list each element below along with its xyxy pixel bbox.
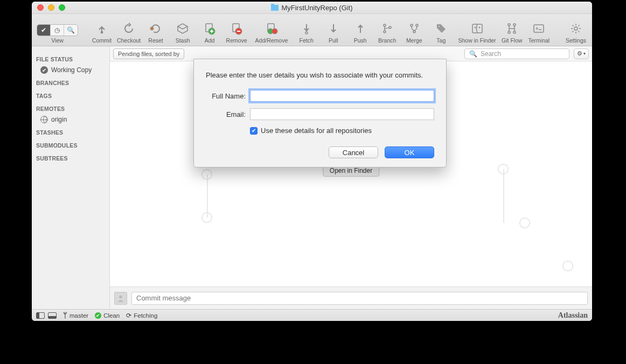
sidebar-head-subtrees[interactable]: SUBTREES <box>32 151 109 164</box>
sidebar-item-origin[interactable]: origin <box>32 114 109 125</box>
minimize-window-button[interactable] <box>48 4 54 11</box>
terminal-button[interactable]: Terminal <box>526 17 552 44</box>
add-icon <box>203 21 216 36</box>
svg-point-15 <box>413 31 415 33</box>
svg-point-14 <box>416 24 418 26</box>
traffic-lights <box>32 4 65 11</box>
svg-point-20 <box>508 24 510 26</box>
search-icon: 🔍 <box>469 50 477 58</box>
fetch-icon <box>300 21 313 36</box>
svg-point-22 <box>508 31 510 33</box>
pending-files-combo[interactable]: Pending files, sorted by <box>113 48 184 59</box>
window-title-text: MyFirstUnityRepo (Git) <box>281 4 352 12</box>
view-segmented: ✔ ◷ 🔍 View <box>35 17 80 44</box>
full-name-label: Full Name: <box>206 92 250 100</box>
app-window: MyFirstUnityRepo (Git) ✔ ◷ 🔍 View Commit… <box>32 2 592 321</box>
search-input[interactable]: 🔍 Search <box>464 48 569 59</box>
sidebar-head-branches[interactable]: BRANCHES <box>32 75 109 88</box>
refresh-icon: ⟳ <box>126 312 131 319</box>
checkout-icon <box>122 21 135 36</box>
gear-icon: ⚙ <box>577 50 582 57</box>
svg-point-18 <box>475 27 476 28</box>
ok-button[interactable]: OK <box>385 146 434 158</box>
svg-point-1 <box>150 27 154 30</box>
filter-options-button[interactable]: ⚙▾ <box>574 48 589 59</box>
git-flow-button[interactable]: Git Flow <box>499 17 525 44</box>
svg-point-12 <box>389 26 391 29</box>
sidebar-head-submodules[interactable]: SUBMODULES <box>32 138 109 151</box>
branch-button[interactable]: Branch <box>374 17 400 44</box>
sidebar-head-stashes[interactable]: STASHES <box>32 125 109 138</box>
stash-icon <box>176 21 189 36</box>
toolbar: ✔ ◷ 🔍 View Commit Checkout Reset Stash A… <box>32 14 592 46</box>
commit-bar <box>110 286 592 309</box>
finder-icon <box>471 21 484 36</box>
sidebar-item-label: origin <box>51 116 67 123</box>
email-input[interactable] <box>250 108 434 120</box>
commit-message-input[interactable] <box>131 292 588 305</box>
svg-point-8 <box>272 29 277 34</box>
folder-icon <box>271 5 279 11</box>
sidebar-item-working-copy[interactable]: ✔ Working Copy <box>32 65 109 75</box>
sidebar-head-remotes[interactable]: REMOTES <box>32 101 109 114</box>
svg-point-16 <box>438 25 440 27</box>
cancel-button[interactable]: Cancel <box>329 146 378 158</box>
show-in-finder-button[interactable]: Show in Finder <box>456 17 498 44</box>
status-fetching: ⟳ Fetching <box>126 312 157 319</box>
reset-button[interactable]: Reset <box>143 17 169 44</box>
close-window-button[interactable] <box>37 4 44 11</box>
branch-icon: ᛘ <box>63 311 67 319</box>
push-icon <box>354 21 367 36</box>
git-flow-icon <box>505 21 518 36</box>
panel-toggles[interactable] <box>36 312 57 319</box>
sidebar-head-tags[interactable]: TAGS <box>32 88 109 101</box>
remove-button[interactable]: Remove <box>224 17 249 44</box>
terminal-icon <box>532 21 545 36</box>
full-name-input[interactable] <box>250 90 434 102</box>
tag-icon <box>435 21 448 36</box>
view-mode-check-icon[interactable]: ✔ <box>37 25 51 36</box>
check-icon: ✔ <box>40 66 48 74</box>
zoom-window-button[interactable] <box>59 4 65 11</box>
view-mode-clock-icon[interactable]: ◷ <box>51 25 64 36</box>
commit-icon <box>95 21 108 36</box>
pull-icon <box>327 21 340 36</box>
svg-point-21 <box>513 24 516 26</box>
commit-button[interactable]: Commit <box>89 17 115 44</box>
use-all-checkbox[interactable]: ✔ <box>250 127 258 135</box>
svg-rect-24 <box>534 25 544 32</box>
svg-point-19 <box>479 27 480 28</box>
toggle-left-panel-icon[interactable] <box>36 312 45 319</box>
merge-button[interactable]: Merge <box>401 17 427 44</box>
status-clean: ✔ Clean <box>95 312 120 319</box>
remove-icon <box>230 21 243 36</box>
view-mode-search-icon[interactable]: 🔍 <box>64 25 78 36</box>
reset-icon <box>149 21 162 36</box>
svg-point-23 <box>513 31 516 33</box>
tag-button[interactable]: Tag <box>428 17 454 44</box>
checkout-button[interactable]: Checkout <box>116 17 142 44</box>
merge-icon <box>408 21 421 36</box>
toggle-bottom-panel-icon[interactable] <box>48 312 57 319</box>
sidebar-head-file-status: FILE STATUS <box>32 52 109 65</box>
user-details-sheet: Please enter the user details you wish t… <box>193 59 447 167</box>
svg-point-25 <box>574 27 578 30</box>
add-remove-button[interactable]: Add/Remove <box>251 17 293 44</box>
statusbar: ᛘ master ✔ Clean ⟳ Fetching Atlassian <box>32 309 592 321</box>
pull-button[interactable]: Pull <box>321 17 346 44</box>
view-mode-control[interactable]: ✔ ◷ 🔍 <box>37 24 78 36</box>
add-button[interactable]: Add <box>197 17 222 44</box>
svg-point-13 <box>411 24 413 26</box>
chevron-down-icon: ▾ <box>583 51 586 56</box>
sidebar-item-label: Working Copy <box>51 66 92 74</box>
svg-point-10 <box>384 24 386 26</box>
status-branch[interactable]: ᛘ master <box>63 311 88 319</box>
push-button[interactable]: Push <box>347 17 373 44</box>
combo-label: Pending files, sorted by <box>118 51 179 57</box>
branch-name: master <box>69 312 88 319</box>
fetch-button[interactable]: Fetch <box>294 17 319 44</box>
settings-button[interactable]: Settings <box>563 17 589 44</box>
sheet-prompt: Please enter the user details you wish t… <box>206 71 434 79</box>
stash-button[interactable]: Stash <box>170 17 196 44</box>
view-label: View <box>51 37 64 44</box>
